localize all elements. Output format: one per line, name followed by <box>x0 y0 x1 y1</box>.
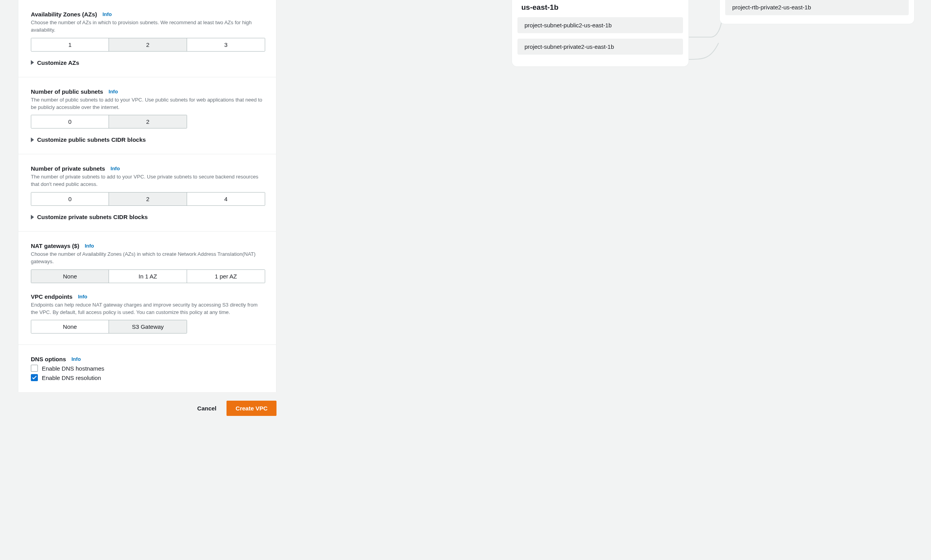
customize-public-cidr-label: Customize public subnets CIDR blocks <box>37 136 146 143</box>
customize-azs-toggle[interactable]: Customize AZs <box>31 59 264 66</box>
customize-private-cidr-label: Customize private subnets CIDR blocks <box>37 214 148 220</box>
segment-option[interactable]: 1 per AZ <box>187 270 265 283</box>
segment-option[interactable]: None <box>31 320 109 333</box>
az-info-link[interactable]: Info <box>102 11 112 17</box>
segment-option[interactable]: 3 <box>187 38 265 51</box>
route-tables-card: project-rtb-private2-us-east-1b <box>719 0 915 24</box>
dns-label: DNS options <box>31 356 66 362</box>
availability-zones-field: Availability Zones (AZs) Info Choose the… <box>31 11 264 66</box>
segment-option[interactable]: In 1 AZ <box>109 270 187 283</box>
dns-hostnames-label: Enable DNS hostnames <box>42 365 104 372</box>
segment-option[interactable]: 2 <box>109 193 187 205</box>
az-segmented: 123 <box>31 38 265 52</box>
vpce-segmented: NoneS3 Gateway <box>31 320 187 334</box>
public-subnets-desc: The number of public subnets to add to y… <box>31 96 264 111</box>
nat-desc: Choose the number of Availability Zones … <box>31 251 264 266</box>
dns-hostnames-row[interactable]: Enable DNS hostnames <box>31 365 264 372</box>
dns-info-link[interactable]: Info <box>71 356 81 362</box>
az-name: us-east-1b <box>521 3 683 12</box>
dns-resolution-checkbox[interactable] <box>31 374 38 381</box>
caret-right-icon <box>31 137 34 142</box>
cancel-button[interactable]: Cancel <box>196 402 218 415</box>
dns-hostnames-checkbox[interactable] <box>31 365 38 372</box>
private-subnets-desc: The number of private subnets to add to … <box>31 173 264 188</box>
segment-option[interactable]: 0 <box>31 193 109 205</box>
vpc-endpoints-field: VPC endpoints Info Endpoints can help re… <box>31 293 264 334</box>
az-desc: Choose the number of AZs in which to pro… <box>31 19 264 34</box>
segment-option[interactable]: 4 <box>187 193 265 205</box>
private-subnets-field: Number of private subnets Info The numbe… <box>31 165 264 220</box>
dns-resolution-row[interactable]: Enable DNS resolution <box>31 374 264 381</box>
dns-options-field: DNS options Info Enable DNS hostnames En… <box>31 356 264 381</box>
segment-option[interactable]: 2 <box>109 115 187 128</box>
route-table-item[interactable]: project-rtb-private2-us-east-1b <box>725 0 909 15</box>
caret-right-icon <box>31 60 34 65</box>
vpce-label: VPC endpoints <box>31 293 73 300</box>
segment-option[interactable]: 2 <box>109 38 187 51</box>
vpce-desc: Endpoints can help reduce NAT gateway ch… <box>31 301 264 316</box>
public-subnets-field: Number of public subnets Info The number… <box>31 88 264 143</box>
subnet-item[interactable]: project-subnet-private2-us-east-1b <box>517 39 683 55</box>
customize-azs-label: Customize AZs <box>37 59 79 66</box>
segment-option[interactable]: S3 Gateway <box>109 320 187 333</box>
nat-info-link[interactable]: Info <box>85 243 94 249</box>
vpce-info-link[interactable]: Info <box>78 294 87 300</box>
az-subnets-card: us-east-1b project-subnet-public2-us-eas… <box>512 0 689 67</box>
private-subnets-info-link[interactable]: Info <box>111 166 120 171</box>
public-subnets-segmented: 02 <box>31 115 187 128</box>
segment-option[interactable]: None <box>31 270 109 283</box>
create-vpc-button[interactable]: Create VPC <box>227 401 276 416</box>
caret-right-icon <box>31 215 34 219</box>
nat-label: NAT gateways ($) <box>31 243 79 249</box>
segment-option[interactable]: 1 <box>31 38 109 51</box>
private-subnets-segmented: 024 <box>31 192 265 206</box>
public-subnets-info-link[interactable]: Info <box>109 89 118 95</box>
segment-option[interactable]: 0 <box>31 115 109 128</box>
subnet-item[interactable]: project-subnet-public2-us-east-1b <box>517 17 683 33</box>
az-label: Availability Zones (AZs) <box>31 11 97 18</box>
nat-gateways-field: NAT gateways ($) Info Choose the number … <box>31 243 264 283</box>
private-subnets-label: Number of private subnets <box>31 165 105 172</box>
public-subnets-label: Number of public subnets <box>31 88 103 95</box>
customize-public-cidr-toggle[interactable]: Customize public subnets CIDR blocks <box>31 136 264 143</box>
nat-segmented: NoneIn 1 AZ1 per AZ <box>31 269 265 283</box>
dns-resolution-label: Enable DNS resolution <box>42 375 101 381</box>
customize-private-cidr-toggle[interactable]: Customize private subnets CIDR blocks <box>31 214 264 220</box>
